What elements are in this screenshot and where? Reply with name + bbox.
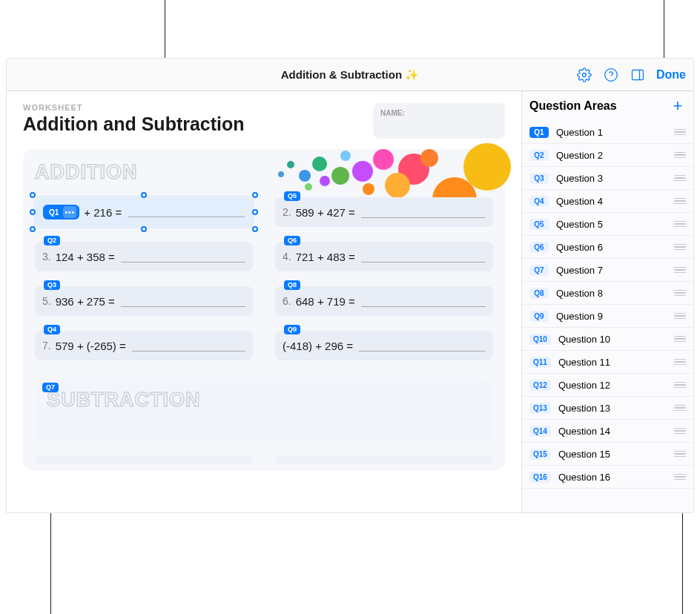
sidebar-question-item[interactable]: Q15Question 15 xyxy=(522,443,693,466)
problem-number: 6. xyxy=(283,295,291,307)
question-label: Question 9 xyxy=(556,311,603,322)
problem-number: 5. xyxy=(42,295,51,307)
question-chip: Q7 xyxy=(529,265,549,276)
question-tag: Q4 xyxy=(44,325,60,334)
ghost-block xyxy=(35,456,253,463)
question-area[interactable]: Q23.124 + 358 = xyxy=(35,242,253,271)
toolbar: Addition & Subtraction ✨ Done xyxy=(7,59,693,91)
sidebar-question-item[interactable]: Q5Question 5 xyxy=(522,213,693,236)
drag-handle-icon[interactable] xyxy=(674,175,686,182)
drag-handle-icon[interactable] xyxy=(674,290,686,297)
question-chip: Q8 xyxy=(529,288,549,299)
drag-handle-icon[interactable] xyxy=(674,129,686,136)
question-area[interactable]: Q52.589 + 427 = xyxy=(275,197,493,227)
resize-handle[interactable] xyxy=(30,209,36,215)
subtraction-section[interactable]: Q7 SUBTRACTION xyxy=(35,378,493,441)
drag-handle-icon[interactable] xyxy=(674,474,686,481)
resize-handle[interactable] xyxy=(252,209,258,215)
question-chip: Q4 xyxy=(529,196,549,207)
answer-line xyxy=(361,217,486,218)
question-label: Question 2 xyxy=(556,150,603,161)
question-label: Question 7 xyxy=(556,265,603,276)
resize-handle[interactable] xyxy=(141,192,147,198)
app-window: Addition & Subtraction ✨ Done WORKSHEET … xyxy=(6,58,694,513)
problem-number: 7. xyxy=(42,340,51,351)
question-label: Question 1 xyxy=(556,127,603,138)
question-label: Question 14 xyxy=(558,426,610,437)
question-tag: Q2 xyxy=(44,236,60,245)
question-chip: Q6 xyxy=(529,242,549,253)
drag-handle-icon[interactable] xyxy=(674,359,686,366)
sidebar-question-item[interactable]: Q14Question 14 xyxy=(522,420,693,443)
resize-handle[interactable] xyxy=(30,226,36,232)
drag-handle-icon[interactable] xyxy=(674,405,686,412)
drag-handle-icon[interactable] xyxy=(674,451,686,458)
question-label: Question 12 xyxy=(558,380,610,391)
answer-line xyxy=(361,262,486,263)
done-button[interactable]: Done xyxy=(656,68,686,82)
sidebar-question-item[interactable]: Q11Question 11 xyxy=(522,351,693,374)
drag-handle-icon[interactable] xyxy=(674,244,686,251)
drag-handle-icon[interactable] xyxy=(674,313,686,320)
name-field: NAME: xyxy=(373,103,505,139)
question-chip: Q14 xyxy=(529,426,551,437)
problem-expression: (-418) + 296 = xyxy=(283,340,353,352)
sidebar-question-item[interactable]: Q13Question 13 xyxy=(522,397,693,420)
sidebar-question-item[interactable]: Q7Question 7 xyxy=(522,259,693,282)
drag-handle-icon[interactable] xyxy=(674,336,686,343)
drag-handle-icon[interactable] xyxy=(674,382,686,389)
question-chip: Q16 xyxy=(529,472,551,483)
question-area[interactable]: Q1•••+ 216 = xyxy=(35,197,253,227)
sidebar-toggle-icon[interactable] xyxy=(630,67,646,83)
drag-handle-icon[interactable] xyxy=(674,267,686,274)
gear-icon[interactable] xyxy=(576,67,592,83)
add-question-button[interactable]: + xyxy=(670,98,686,114)
question-label: Question 10 xyxy=(558,334,610,345)
question-chip: Q9 xyxy=(529,311,549,322)
question-chip: Q1 xyxy=(529,127,549,138)
resize-handle[interactable] xyxy=(252,226,258,232)
question-chip: Q11 xyxy=(529,357,551,368)
question-area[interactable]: Q86.648 + 719 = xyxy=(275,286,493,316)
question-label: Question 16 xyxy=(558,472,610,483)
drag-handle-icon[interactable] xyxy=(674,198,686,205)
svg-point-0 xyxy=(583,73,587,76)
resize-handle[interactable] xyxy=(141,226,147,232)
sidebar-question-item[interactable]: Q2Question 2 xyxy=(522,144,693,167)
resize-handle[interactable] xyxy=(30,192,36,198)
question-area[interactable]: Q35.936 + 275 = xyxy=(35,286,253,316)
answer-line xyxy=(121,306,245,307)
problem-number: 2. xyxy=(283,206,291,218)
sidebar-question-item[interactable]: Q16Question 16 xyxy=(522,466,693,489)
sidebar-question-item[interactable]: Q12Question 12 xyxy=(522,374,693,397)
help-icon[interactable] xyxy=(603,67,619,83)
problem-expression: 648 + 719 = xyxy=(296,295,355,308)
question-badge[interactable]: Q1••• xyxy=(43,205,79,219)
sidebar-question-item[interactable]: Q8Question 8 xyxy=(522,282,693,305)
more-icon[interactable]: ••• xyxy=(63,206,76,218)
answer-line xyxy=(121,262,245,263)
question-area[interactable]: Q9(-418) + 296 = xyxy=(275,331,493,360)
drag-handle-icon[interactable] xyxy=(674,152,686,159)
sidebar-question-item[interactable]: Q9Question 9 xyxy=(522,305,693,328)
question-label: Question 5 xyxy=(556,219,603,230)
drag-handle-icon[interactable] xyxy=(674,428,686,435)
sidebar-question-item[interactable]: Q10Question 10 xyxy=(522,328,693,351)
sidebar-question-item[interactable]: Q4Question 4 xyxy=(522,190,693,213)
sidebar-question-item[interactable]: Q6Question 6 xyxy=(522,236,693,259)
question-area[interactable]: Q47.579 + (-265) = xyxy=(35,331,253,360)
drag-handle-icon[interactable] xyxy=(674,221,686,228)
sidebar-question-item[interactable]: Q1Question 1 xyxy=(522,121,693,144)
worksheet-type-label: WORKSHEET xyxy=(23,103,245,112)
question-area[interactable]: Q64.721 + 483 = xyxy=(275,242,493,271)
svg-rect-3 xyxy=(633,70,644,79)
resize-handle[interactable] xyxy=(252,192,258,198)
problem-expression: 124 + 358 = xyxy=(56,251,115,263)
question-tag: Q7 xyxy=(42,383,59,392)
svg-point-1 xyxy=(605,68,618,81)
answer-line xyxy=(128,217,245,217)
sidebar-question-item[interactable]: Q3Question 3 xyxy=(522,167,693,190)
question-label: Question 11 xyxy=(558,357,610,368)
canvas[interactable]: WORKSHEET Addition and Subtraction NAME:… xyxy=(7,91,521,512)
question-chip: Q3 xyxy=(529,173,549,184)
